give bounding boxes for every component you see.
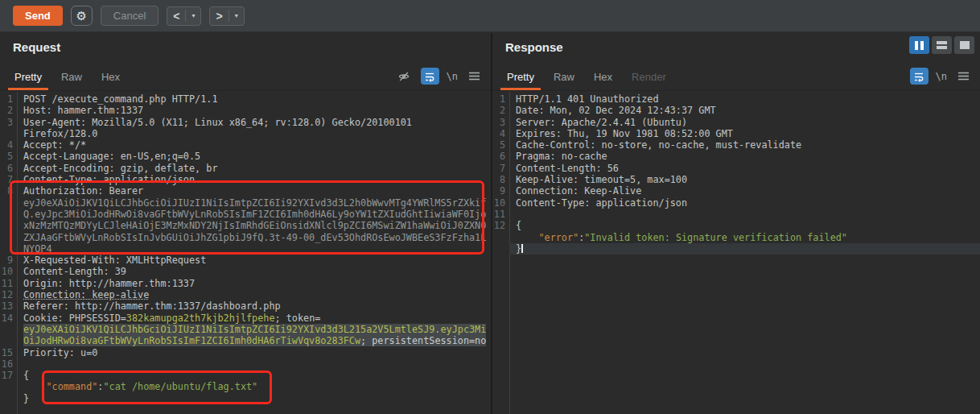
line-number: 3 bbox=[492, 117, 509, 128]
line-number bbox=[0, 220, 17, 231]
line-content: Authorization: Bearer bbox=[17, 185, 491, 197]
line-number: 3 bbox=[0, 117, 17, 128]
editor-line: 15Priority: u=0 bbox=[0, 347, 491, 358]
response-tab-pretty[interactable]: Pretty bbox=[497, 66, 544, 90]
newline-toggle-icon[interactable]: \n bbox=[936, 71, 947, 82]
line-number: 13 bbox=[0, 300, 17, 312]
button-divider bbox=[185, 10, 186, 22]
line-number: 2 bbox=[492, 105, 509, 116]
editor-line: 16 bbox=[0, 358, 491, 370]
layout-single-button[interactable] bbox=[954, 36, 974, 54]
layout-columns-button[interactable] bbox=[909, 36, 929, 54]
line-content: Accept: */* bbox=[17, 139, 491, 151]
request-panel-header: Request PrettyRawHex bbox=[0, 33, 491, 91]
line-number: 17 bbox=[0, 370, 17, 381]
line-content: Content-Length: 39 bbox=[17, 266, 491, 277]
newline-toggle-icon[interactable]: \n bbox=[447, 71, 458, 82]
word-wrap-icon[interactable] bbox=[421, 68, 439, 85]
line-content: Content-Type: application/json bbox=[509, 197, 980, 209]
response-tab-raw[interactable]: Raw bbox=[544, 66, 584, 90]
hide-nonprintable-icon[interactable] bbox=[395, 68, 414, 85]
line-number: 6 bbox=[0, 163, 17, 174]
editor-line: 1HTTP/1.1 401 Unauthorized bbox=[492, 93, 980, 105]
request-panel: Request PrettyRawHex bbox=[0, 33, 491, 414]
chevron-down-icon[interactable]: ▾ bbox=[191, 12, 195, 19]
response-tab-hex[interactable]: Hex bbox=[584, 66, 622, 90]
editor-line: 8Authorization: Bearer bbox=[0, 185, 491, 197]
word-wrap-icon[interactable] bbox=[910, 68, 929, 85]
menu-icon[interactable] bbox=[954, 68, 973, 85]
gear-icon[interactable]: ⚙ bbox=[71, 6, 93, 26]
request-tab-hex[interactable]: Hex bbox=[92, 66, 130, 90]
editor-line: } bbox=[492, 243, 980, 255]
editor-line: } bbox=[0, 393, 491, 404]
line-content: Origin: http://hammer.thm:1337 bbox=[17, 278, 491, 289]
line-content: Server: Apache/2.4.41 (Ubuntu) bbox=[509, 117, 980, 128]
line-content: HTTP/1.1 401 Unauthorized bbox=[509, 93, 980, 105]
line-number bbox=[0, 209, 17, 220]
line-content: Content-Length: 56 bbox=[509, 163, 980, 174]
editor-line: 1POST /execute_command.php HTTP/1.1 bbox=[0, 93, 491, 105]
request-tab-pretty[interactable]: Pretty bbox=[5, 66, 51, 90]
cancel-button[interactable]: Cancel bbox=[101, 6, 159, 26]
line-content: Referer: http://hammer.thm:1337/dashboar… bbox=[17, 300, 491, 312]
response-panel-header: Response PrettyRawHexRender \n bbox=[492, 33, 980, 91]
editor-line: eyJ0eXAiOiJKV1QiLCJhbGciOiJIUzI1NiIsImtp… bbox=[0, 324, 491, 335]
next-request-button[interactable]: > ▾ bbox=[209, 6, 244, 26]
line-content: OiJodHRwOi8vaGFtbWVyLnRobSIsImF1ZCI6Imh0… bbox=[17, 335, 491, 346]
line-number bbox=[0, 243, 17, 255]
response-tabs: PrettyRawHexRender bbox=[497, 66, 676, 90]
line-content: "error":"Invalid token: Signature verifi… bbox=[509, 232, 980, 243]
line-content: Keep-Alive: timeout=5, max=100 bbox=[509, 174, 980, 185]
back-arrow-icon: < bbox=[173, 10, 179, 23]
line-number: 15 bbox=[0, 347, 17, 358]
line-number: 7 bbox=[0, 174, 17, 185]
editor-line: 6Pragma: no-cache bbox=[492, 151, 980, 162]
layout-rows-button[interactable] bbox=[932, 36, 952, 54]
line-number: 5 bbox=[492, 139, 509, 151]
line-content: Connection: keep-alive bbox=[17, 289, 491, 300]
chevron-down-icon[interactable]: ▾ bbox=[235, 12, 238, 19]
editor-line: 7Content-Length: 56 bbox=[492, 163, 980, 174]
editor-line: ZXJAaGFtbWVyLnRobSIsInJvbGUiOiJhZG1pbiJ9… bbox=[0, 232, 491, 243]
request-editor[interactable]: 1POST /execute_command.php HTTP/1.12Host… bbox=[0, 92, 491, 414]
line-number: 5 bbox=[0, 151, 17, 162]
line-content: "command":"cat /home/ubuntu/flag.txt" bbox=[17, 381, 491, 392]
editor-line: 7Content-Type: application/json bbox=[0, 174, 491, 185]
line-content: ZXJAaGFtbWVyLnRobSIsInJvbGUiOiJhZG1pbiJ9… bbox=[17, 232, 491, 243]
editor-line: 5Cache-Control: no-store, no-cache, must… bbox=[492, 139, 980, 151]
line-number: 8 bbox=[492, 174, 509, 185]
line-number: 8 bbox=[0, 185, 17, 197]
previous-request-button[interactable]: < ▾ bbox=[167, 6, 201, 26]
line-content: Pragma: no-cache bbox=[509, 151, 980, 162]
line-content: xNzMzMTQzMDYyLCJleHAiOjE3MzMxNDY2NjIsImR… bbox=[17, 220, 491, 231]
send-button[interactable]: Send bbox=[13, 6, 63, 26]
line-number: 6 bbox=[492, 151, 509, 162]
line-content: } bbox=[17, 393, 491, 404]
request-tab-raw[interactable]: Raw bbox=[51, 66, 92, 90]
line-number: 9 bbox=[0, 255, 17, 266]
line-number: 12 bbox=[0, 289, 17, 300]
line-number: 1 bbox=[0, 93, 17, 105]
line-content: User-Agent: Mozilla/5.0 (X11; Linux x86_… bbox=[17, 117, 491, 128]
button-divider bbox=[229, 10, 229, 22]
response-editor[interactable]: 1HTTP/1.1 401 Unauthorized2Date: Mon, 02… bbox=[492, 92, 980, 414]
editor-line: 11 bbox=[492, 209, 980, 220]
line-content: Q.eyJpc3MiOiJodHRwOi8vaGFtbWVyLnRobSIsIm… bbox=[17, 209, 491, 220]
line-number bbox=[492, 243, 509, 255]
editor-line: 12{ bbox=[492, 220, 980, 231]
line-content: Expires: Thu, 19 Nov 1981 08:52:00 GMT bbox=[509, 128, 980, 139]
line-number: 10 bbox=[0, 266, 17, 277]
line-content: Content-Type: application/json bbox=[17, 174, 491, 185]
editor-line: eyJ0eXAiOiJKV1QiLCJhbGciOiJIUzI1NiIsImtp… bbox=[0, 197, 491, 209]
text-cursor bbox=[521, 244, 523, 253]
line-number: 1 bbox=[492, 93, 509, 105]
editor-line: 11Origin: http://hammer.thm:1337 bbox=[0, 278, 491, 289]
request-tabs: PrettyRawHex bbox=[5, 66, 130, 90]
line-content: eyJ0eXAiOiJKV1QiLCJhbGciOiJIUzI1NiIsImtp… bbox=[17, 197, 491, 209]
line-content: POST /execute_command.php HTTP/1.1 bbox=[17, 93, 491, 105]
request-view-icons: \n bbox=[395, 68, 484, 85]
menu-icon[interactable] bbox=[465, 68, 484, 85]
editor-line: 10Content-Length: 39 bbox=[0, 266, 491, 277]
response-panel-title: Response bbox=[505, 40, 563, 54]
